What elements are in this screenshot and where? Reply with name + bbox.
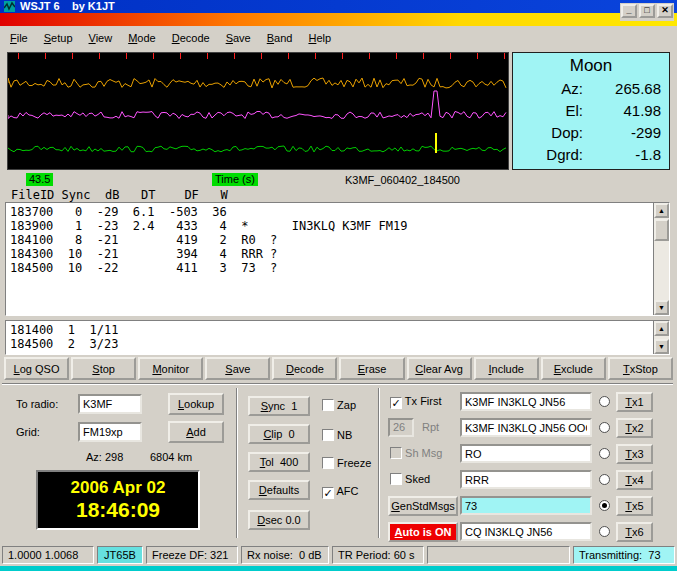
avg-row[interactable]: 181400 1 1/11 — [10, 323, 649, 337]
tx2-message-input[interactable] — [460, 418, 592, 437]
zap-checkbox[interactable] — [322, 399, 334, 411]
time-axis-label: Time (s) — [212, 173, 258, 186]
moon-az-value: 265.68 — [583, 78, 661, 100]
tx6-message-input[interactable] — [460, 522, 592, 541]
status-tr-period: TR Period: 60 s — [332, 546, 424, 564]
divider — [378, 388, 380, 538]
clip-button[interactable]: Clip 0 — [248, 424, 310, 444]
tx4-message-input[interactable] — [460, 470, 592, 489]
scroll-thumb[interactable] — [654, 219, 669, 241]
clear-avg-button[interactable]: Clear Avg — [407, 357, 472, 380]
grid-input[interactable] — [78, 422, 142, 442]
exclude-button[interactable]: Exclude — [541, 357, 606, 380]
avg-row[interactable]: 184500 2 3/23 — [10, 337, 649, 351]
tx3-radio[interactable] — [599, 448, 610, 459]
sync-button[interactable]: Sync 1 — [248, 396, 310, 416]
to-radio-label: To radio: — [16, 398, 58, 410]
menu-setup[interactable]: Setup — [36, 29, 81, 47]
decode-scrollbar[interactable]: ▲ ▼ — [653, 203, 669, 315]
scroll-down-icon[interactable]: ▼ — [654, 339, 669, 354]
menu-mode[interactable]: Mode — [120, 29, 164, 47]
tx4-button[interactable]: Tx4 — [616, 470, 653, 490]
menu-help[interactable]: Help — [300, 29, 339, 47]
tx2-radio[interactable] — [599, 422, 610, 433]
window-title: WSJT 6 by K1JT — [20, 0, 115, 13]
tx1-button[interactable]: Tx1 — [616, 392, 653, 412]
include-button[interactable]: Include — [474, 357, 539, 380]
tx-first-checkbox[interactable] — [390, 397, 402, 409]
add-button[interactable]: Add — [168, 421, 224, 443]
decode-row[interactable]: 184100 8 -21 419 2 R0 ? — [10, 233, 649, 247]
tx3-button[interactable]: Tx3 — [616, 444, 653, 464]
clock-date: 2006 Apr 02 — [38, 478, 198, 498]
nb-label: NB — [337, 429, 352, 441]
decode-row[interactable]: 183700 0 -29 6.1 -503 36 — [10, 205, 649, 219]
avg-scrollbar[interactable]: ▲ ▼ — [653, 321, 669, 354]
tx5-radio[interactable] — [599, 500, 610, 511]
decode-row[interactable]: 184500 10 -22 411 3 73 ? — [10, 261, 649, 275]
scale-label: 43.5 — [26, 173, 53, 186]
signal-graph[interactable] — [7, 52, 509, 170]
desktop: WSJT 6 by K1JT _ □ ✕ File Setup View Mod… — [0, 0, 677, 571]
menu-save[interactable]: Save — [218, 29, 259, 47]
sh-msg-checkbox[interactable] — [390, 447, 402, 459]
app-window: WSJT 6 by K1JT _ □ ✕ File Setup View Mod… — [0, 0, 677, 566]
filename-label: K3MF_060402_184500 — [345, 174, 460, 186]
erase-button[interactable]: Erase — [339, 357, 404, 380]
tx4-radio[interactable] — [599, 474, 610, 485]
nb-checkbox[interactable] — [322, 429, 334, 441]
txstop-button[interactable]: TxStop — [608, 357, 673, 380]
moon-el-label: El: — [521, 100, 583, 122]
status-freeze-df: Freeze DF: 321 — [146, 546, 238, 564]
log-qso-button[interactable]: Log QSO — [4, 357, 69, 380]
sked-checkbox[interactable] — [390, 473, 402, 485]
decode-text-area[interactable]: 183700 0 -29 6.1 -503 36 183900 1 -23 2.… — [5, 202, 670, 316]
scroll-up-icon[interactable]: ▲ — [654, 203, 669, 218]
decode-button[interactable]: Decode — [272, 357, 337, 380]
divider — [2, 383, 673, 385]
decode-row[interactable]: 184300 10 -21 394 4 RRR ? — [10, 247, 649, 261]
save-button[interactable]: Save — [205, 357, 270, 380]
status-spacer — [427, 546, 570, 564]
to-radio-input[interactable] — [78, 394, 142, 414]
tx6-radio[interactable] — [599, 526, 610, 537]
menu-file[interactable]: File — [2, 29, 36, 47]
tx2-button[interactable]: Tx2 — [616, 418, 653, 438]
minimize-button[interactable]: _ — [621, 4, 637, 18]
waveform-canvas[interactable] — [8, 53, 508, 169]
afc-checkbox[interactable] — [322, 487, 334, 499]
zap-label: Zap — [337, 399, 356, 411]
window-controls: _ □ ✕ — [620, 3, 674, 21]
stop-button[interactable]: Stop — [71, 357, 136, 380]
menu-band[interactable]: Band — [259, 29, 301, 47]
tx5-message-input[interactable] — [460, 496, 592, 515]
menu-decode[interactable]: Decode — [164, 29, 218, 47]
maximize-button[interactable]: □ — [639, 4, 655, 18]
monitor-button[interactable]: Monitor — [138, 357, 203, 380]
status-rx-noise: Rx noise: 0 dB — [241, 546, 329, 564]
dsec-button[interactable]: Dsec 0.0 — [248, 510, 310, 530]
menu-bar: File Setup View Mode Decode Save Band He… — [2, 27, 675, 48]
decode-row[interactable]: 183900 1 -23 2.4 433 4 * IN3KLQ K3MF FM1… — [10, 219, 649, 233]
lookup-button[interactable]: Lookup — [168, 393, 224, 415]
title-bar[interactable]: WSJT 6 by K1JT _ □ ✕ — [0, 0, 677, 26]
rpt-field: 26 — [388, 418, 414, 437]
close-button[interactable]: ✕ — [657, 4, 673, 18]
tol-button[interactable]: Tol 400 — [248, 452, 310, 472]
average-text-area[interactable]: 181400 1 1/11 184500 2 3/23 ▲ ▼ — [5, 320, 670, 355]
tx1-radio[interactable] — [599, 396, 610, 407]
gen-std-msgs-button[interactable]: GenStdMsgs — [388, 496, 458, 516]
scroll-down-icon[interactable]: ▼ — [654, 300, 669, 315]
clock-time: 18:46:09 — [38, 498, 198, 522]
tx3-message-input[interactable] — [460, 444, 592, 463]
tx5-button[interactable]: Tx5 — [616, 496, 653, 516]
auto-toggle-button[interactable]: Auto is ON — [388, 522, 458, 542]
tx6-button[interactable]: Tx6 — [616, 522, 653, 542]
tx1-message-input[interactable] — [460, 392, 592, 411]
menu-view[interactable]: View — [81, 29, 121, 47]
defaults-button[interactable]: Defaults — [248, 480, 310, 500]
freeze-checkbox[interactable] — [322, 457, 334, 469]
status-bar: 1.0000 1.0068 JT65B Freeze DF: 321 Rx no… — [2, 545, 675, 564]
moon-dgrd-value: -1.8 — [583, 144, 661, 166]
scroll-up-icon[interactable]: ▲ — [654, 321, 669, 336]
